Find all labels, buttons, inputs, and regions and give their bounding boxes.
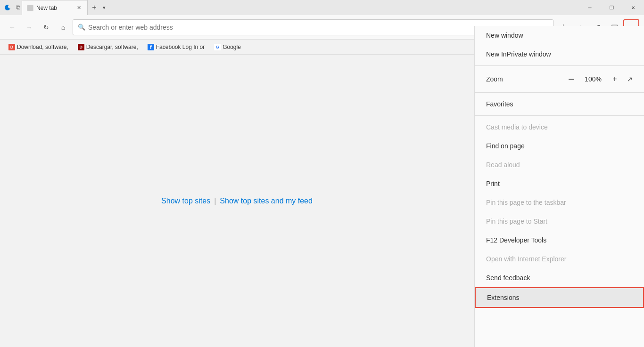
separator-1 bbox=[475, 65, 644, 66]
menu-item-cast-media[interactable]: Cast media to device bbox=[475, 118, 644, 137]
fav-item-facebook[interactable]: f Facebook Log In or bbox=[144, 42, 208, 52]
zoom-label: Zoom bbox=[486, 75, 559, 83]
menu-item-f12-tools[interactable]: F12 Developer Tools bbox=[475, 231, 644, 250]
menu-item-open-ie[interactable]: Open with Internet Explorer bbox=[475, 250, 644, 268]
title-bar-right: ─ ❐ ✕ bbox=[579, 0, 644, 15]
refresh-button[interactable]: ↻ bbox=[39, 20, 54, 35]
menu-item-pin-taskbar[interactable]: Pin this page to the taskbar bbox=[475, 193, 644, 212]
restore-button[interactable]: ❐ bbox=[601, 0, 622, 15]
separator-3 bbox=[475, 115, 644, 116]
menu-item-new-inprivate[interactable]: New InPrivate window bbox=[475, 45, 644, 64]
back-icon: ← bbox=[9, 24, 16, 31]
zoom-expand-icon[interactable]: ↗ bbox=[627, 75, 633, 83]
minimize-button[interactable]: ─ bbox=[579, 0, 601, 15]
tab-switcher-icon[interactable]: ⧉ bbox=[14, 4, 22, 11]
search-icon: 🔍 bbox=[78, 24, 85, 31]
new-tab-button[interactable]: + bbox=[88, 1, 101, 14]
fav-favicon-download: D bbox=[8, 44, 15, 50]
tab-new-tab[interactable]: New tab ✕ bbox=[22, 0, 88, 15]
fav-item-google[interactable]: G Google bbox=[210, 42, 245, 52]
zoom-control: Zoom ─ 100% + ↗ bbox=[475, 68, 644, 90]
home-button[interactable]: ⌂ bbox=[56, 20, 71, 35]
tab-title: New tab bbox=[36, 5, 73, 11]
fav-favicon-google: G bbox=[214, 44, 221, 50]
home-icon: ⌂ bbox=[61, 24, 65, 31]
menu-item-read-aloud[interactable]: Read aloud bbox=[475, 155, 644, 174]
menu-item-send-feedback[interactable]: Send feedback bbox=[475, 268, 644, 287]
tab-dropdown-button[interactable]: ▾ bbox=[101, 3, 107, 13]
show-top-sites-link[interactable]: Show top sites bbox=[161, 197, 210, 205]
menu-item-favorites[interactable]: Favorites bbox=[475, 95, 644, 113]
forward-icon: → bbox=[26, 24, 33, 31]
fav-favicon-facebook: f bbox=[148, 44, 154, 50]
edge-logo-icon bbox=[4, 4, 11, 11]
zoom-decrease-button[interactable]: ─ bbox=[565, 73, 578, 86]
close-button[interactable]: ✕ bbox=[622, 0, 644, 15]
fav-item-descargar[interactable]: D Descargar, software, bbox=[74, 42, 142, 52]
fav-label-descargar: Descargar, software, bbox=[86, 44, 138, 50]
refresh-icon: ↻ bbox=[43, 24, 49, 31]
menu-item-find-on-page[interactable]: Find on page bbox=[475, 137, 644, 155]
forward-button[interactable]: → bbox=[22, 20, 37, 35]
show-top-sites-feed-link[interactable]: Show top sites and my feed bbox=[220, 197, 313, 205]
fav-favicon-descargar: D bbox=[78, 44, 84, 50]
title-bar-left: ⧉ bbox=[4, 4, 22, 11]
zoom-value: 100% bbox=[584, 75, 603, 83]
menu-item-print[interactable]: Print bbox=[475, 174, 644, 193]
menu-item-extensions[interactable]: Extensions bbox=[475, 287, 644, 308]
menu-item-pin-start[interactable]: Pin this page to Start bbox=[475, 212, 644, 231]
separator-2 bbox=[475, 92, 644, 93]
title-bar: ⧉ New tab ✕ + ▾ ─ ❐ ✕ bbox=[0, 0, 644, 15]
svg-rect-0 bbox=[27, 5, 33, 11]
tab-close-button[interactable]: ✕ bbox=[75, 4, 83, 12]
main-content: Show top sites | Show top sites and my f… bbox=[0, 55, 474, 347]
menu-item-new-window[interactable]: New window bbox=[475, 26, 644, 45]
dropdown-menu: New window New InPrivate window Zoom ─ 1… bbox=[474, 26, 644, 347]
back-button[interactable]: ← bbox=[5, 20, 20, 35]
fav-item-download[interactable]: D Download, software, bbox=[5, 42, 72, 52]
fav-label-download: Download, software, bbox=[17, 44, 68, 50]
links-divider: | bbox=[214, 197, 216, 205]
tab-favicon bbox=[27, 5, 33, 11]
fav-label-facebook: Facebook Log In or bbox=[156, 44, 205, 50]
fav-label-google: Google bbox=[223, 44, 241, 50]
zoom-increase-button[interactable]: + bbox=[608, 73, 621, 86]
center-links-container: Show top sites | Show top sites and my f… bbox=[161, 197, 313, 205]
